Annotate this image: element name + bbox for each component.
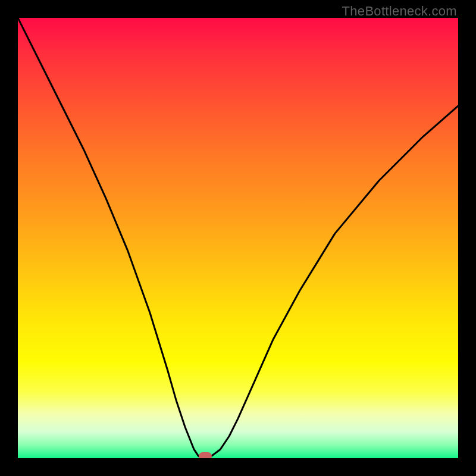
plot-area (18, 18, 458, 458)
chart-frame: TheBottleneck.com (0, 0, 476, 476)
watermark-text: TheBottleneck.com (342, 4, 457, 19)
optimal-marker (199, 452, 212, 458)
bottleneck-curve (18, 18, 458, 458)
